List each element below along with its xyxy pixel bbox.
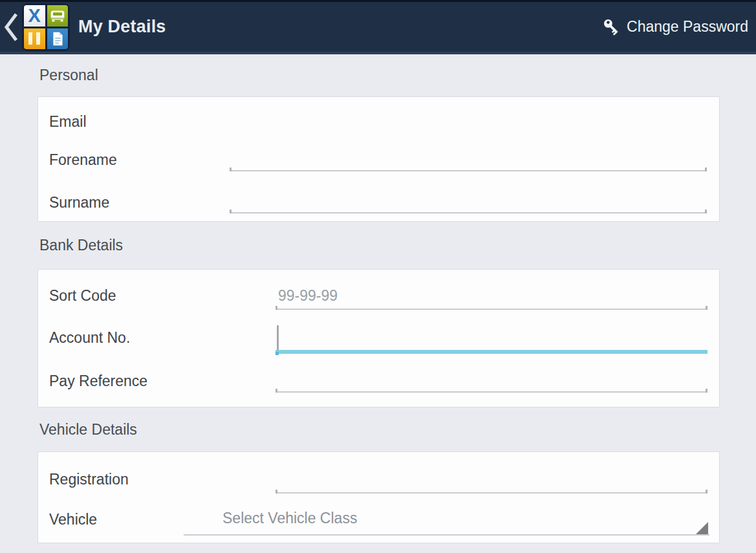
vehicle-class-spinner[interactable]: Select Vehicle Class bbox=[184, 503, 709, 537]
surname-label: Surname bbox=[49, 194, 109, 211]
section-title-vehicle: Vehicle Details bbox=[39, 421, 137, 439]
text-cursor bbox=[277, 325, 279, 350]
app-grid-logo-icon: X bbox=[22, 3, 70, 51]
email-label: Email bbox=[49, 113, 87, 131]
key-icon bbox=[601, 17, 621, 37]
excel-x-tile-icon: X bbox=[24, 5, 45, 27]
spinner-underline bbox=[184, 534, 709, 536]
registration-input[interactable] bbox=[276, 468, 706, 490]
change-password-label: Change Password bbox=[627, 18, 748, 36]
forename-label: Forename bbox=[49, 151, 117, 169]
change-password-button[interactable]: Change Password bbox=[600, 13, 750, 41]
vehicle-card: Registration Vehicle Select Vehicle Clas… bbox=[38, 451, 720, 543]
registration-underline bbox=[275, 492, 707, 493]
surname-input[interactable] bbox=[230, 191, 706, 213]
page-title: My Details bbox=[78, 17, 166, 37]
forename-input[interactable] bbox=[230, 149, 706, 171]
bank-card: Sort Code Account No. Pay Reference bbox=[38, 269, 720, 407]
sort-code-input[interactable] bbox=[276, 285, 706, 307]
sort-code-underline bbox=[275, 309, 707, 310]
pause-bars-tile-icon bbox=[24, 28, 45, 49]
account-no-label: Account No. bbox=[49, 329, 130, 347]
registration-label: Registration bbox=[49, 471, 129, 488]
section-title-personal: Personal bbox=[39, 67, 98, 84]
pay-reference-underline bbox=[275, 391, 707, 393]
chevron-left-icon bbox=[3, 10, 19, 44]
section-title-bank: Bank Details bbox=[39, 237, 123, 254]
vehicle-class-selected-value: Select Vehicle Class bbox=[222, 510, 357, 527]
account-no-focused-underline bbox=[275, 350, 707, 354]
back-button[interactable]: X bbox=[3, 3, 70, 51]
personal-card: Email Forename Surname bbox=[38, 96, 720, 222]
pay-reference-label: Pay Reference bbox=[49, 373, 147, 390]
surname-underline bbox=[230, 212, 707, 213]
vehicle-label: Vehicle bbox=[49, 511, 97, 528]
vehicle-tile-icon bbox=[47, 5, 69, 27]
document-tile-icon bbox=[47, 28, 69, 49]
pay-reference-input[interactable] bbox=[276, 370, 706, 392]
sort-code-label: Sort Code bbox=[49, 287, 116, 305]
forename-underline bbox=[230, 170, 707, 171]
action-bar: X bbox=[0, 0, 756, 54]
account-no-input[interactable] bbox=[279, 327, 706, 349]
resize-grip-icon bbox=[696, 522, 708, 534]
